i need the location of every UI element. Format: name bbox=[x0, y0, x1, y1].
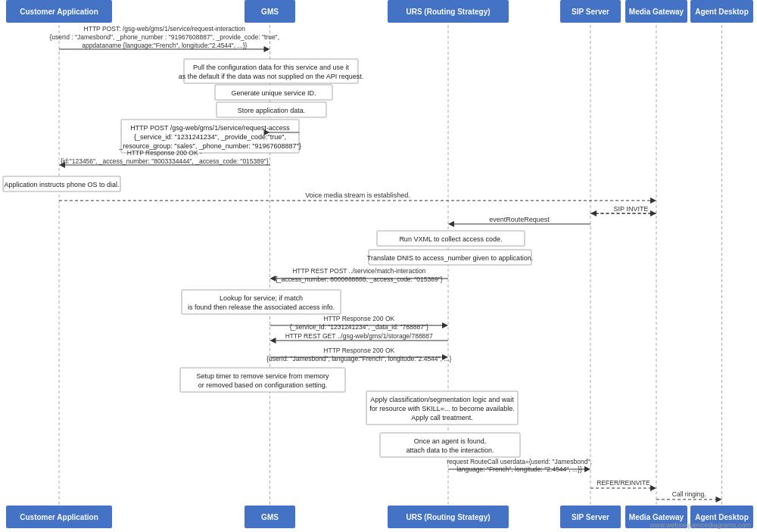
watermark: www.websequencediagrams.com bbox=[650, 521, 751, 529]
svg-text:request RouteCall userdata={us: request RouteCall userdata={userid: "Jam… bbox=[447, 458, 592, 465]
svg-marker-83 bbox=[270, 338, 276, 344]
svg-marker-72 bbox=[270, 275, 276, 282]
svg-text:Agent Desktop: Agent Desktop bbox=[695, 513, 749, 521]
svg-text:Agent Desktop: Agent Desktop bbox=[695, 8, 749, 16]
svg-text:SIP INVITE: SIP INVITE bbox=[614, 205, 649, 213]
svg-text:HTTP POST: /gsg-web/gms/1/serv: HTTP POST: /gsg-web/gms/1/service/reques… bbox=[84, 25, 246, 33]
svg-marker-107 bbox=[716, 496, 722, 502]
svg-text:appdataname {language:"French": appdataname {language:"French", longitud… bbox=[82, 42, 247, 49]
svg-text:or removed based on configurat: or removed based on configuration settin… bbox=[198, 381, 328, 389]
svg-text:Apply classification/segmentat: Apply classification/segmentation logic … bbox=[370, 396, 514, 403]
svg-text:Voice media stream is establis: Voice media stream is established. bbox=[305, 191, 410, 199]
svg-text:HTTP Response 200 OK: HTTP Response 200 OK bbox=[323, 347, 394, 354]
svg-rect-40 bbox=[217, 102, 326, 117]
svg-text:for resource with SKILL=... to: for resource with SKILL=... to become av… bbox=[369, 405, 514, 412]
svg-rect-96 bbox=[380, 433, 520, 457]
svg-marker-51 bbox=[59, 162, 65, 168]
svg-text:{_service_id: "1231241234", _p: {_service_id: "1231241234", _provide_cod… bbox=[134, 133, 286, 141]
svg-rect-38 bbox=[215, 85, 332, 100]
svg-rect-20 bbox=[245, 506, 295, 528]
svg-text:Setup timer to remove service : Setup timer to remove service from memor… bbox=[196, 372, 329, 380]
svg-text:Media Gateway: Media Gateway bbox=[629, 8, 684, 16]
diagram-svg: Customer ApplicationGMSURS (Routing Stra… bbox=[0, 0, 757, 532]
svg-rect-44 bbox=[121, 120, 299, 153]
svg-text:SIP Server: SIP Server bbox=[572, 513, 609, 521]
svg-marker-100 bbox=[584, 466, 590, 472]
svg-text:{id:"123456", _access_number: : {id:"123456", _access_number: "800333444… bbox=[61, 157, 269, 165]
svg-marker-60 bbox=[650, 210, 656, 216]
svg-text:SIP Server: SIP Server bbox=[572, 8, 609, 16]
svg-text:_resource_group: "sales", _pho: _resource_group: "sales", _phone_number:… bbox=[118, 142, 301, 150]
svg-text:Media Gateway: Media Gateway bbox=[629, 513, 684, 521]
svg-text:eventRouteRequest: eventRouteRequest bbox=[489, 216, 550, 223]
svg-text:URS (Routing Strategy): URS (Routing Strategy) bbox=[406, 8, 490, 16]
svg-rect-22 bbox=[388, 506, 509, 528]
svg-text:Apply call treatment.: Apply call treatment. bbox=[411, 414, 473, 422]
svg-text:URS (Routing Strategy): URS (Routing Strategy) bbox=[406, 513, 490, 521]
svg-text:Run VXML to collect access cod: Run VXML to collect access code. bbox=[399, 235, 502, 243]
svg-text:Call ringing.: Call ringing. bbox=[672, 490, 706, 498]
svg-marker-57 bbox=[650, 198, 656, 204]
svg-marker-79 bbox=[442, 322, 448, 328]
svg-text:HTTP REST POST ../service/matc: HTTP REST POST ../service/match-interact… bbox=[292, 267, 425, 275]
svg-text:{_service_id: "1231241234", _d: {_service_id: "1231241234", _data_id: "7… bbox=[290, 323, 428, 331]
svg-rect-67 bbox=[377, 231, 525, 246]
svg-marker-65 bbox=[448, 221, 454, 227]
svg-rect-14 bbox=[625, 0, 687, 23]
svg-text:HTTP REST GET ../gsg-web/gms/1: HTTP REST GET ../gsg-web/gms/1/storage/7… bbox=[285, 332, 433, 340]
svg-rect-54 bbox=[3, 176, 120, 191]
svg-marker-62 bbox=[590, 210, 597, 216]
svg-text:Store application data.: Store application data. bbox=[238, 107, 306, 114]
svg-rect-18 bbox=[6, 506, 112, 528]
svg-text:{_access_number: 8000668888, _: {_access_number: 8000668888, _access_cod… bbox=[276, 275, 443, 283]
svg-text:REFER/REINVITE: REFER/REINVITE bbox=[597, 479, 650, 487]
svg-rect-92 bbox=[366, 391, 518, 425]
svg-text:{userId: "Jamesbond", language: {userId: "Jamesbond", language:"French",… bbox=[266, 355, 451, 362]
svg-marker-49 bbox=[264, 129, 270, 135]
svg-text:HTTP Response 200 OK -: HTTP Response 200 OK - bbox=[127, 149, 202, 157]
svg-text:Generate unique service ID.: Generate unique service ID. bbox=[231, 89, 316, 97]
svg-text:language: "French", longitude:: language: "French", longitude: "2.4544",… bbox=[456, 465, 582, 473]
svg-text:attach data to the interaction: attach data to the interaction. bbox=[406, 446, 494, 454]
svg-rect-75 bbox=[182, 290, 341, 314]
svg-text:{userId : "Jamesbond", _phone_: {userId : "Jamesbond", _phone_number : "… bbox=[49, 33, 279, 41]
svg-text:Lookup for service; if match: Lookup for service; if match bbox=[220, 294, 303, 302]
svg-text:Pull the configuration data fo: Pull the configuration data for this ser… bbox=[193, 64, 350, 71]
svg-marker-86 bbox=[442, 354, 448, 360]
svg-rect-16 bbox=[690, 0, 753, 23]
svg-text:Customer Application: Customer Application bbox=[20, 513, 98, 521]
svg-text:GMS: GMS bbox=[261, 8, 279, 16]
svg-marker-43 bbox=[268, 129, 274, 135]
svg-rect-10 bbox=[388, 0, 509, 23]
svg-rect-35 bbox=[184, 59, 358, 83]
svg-marker-104 bbox=[650, 485, 656, 491]
svg-text:GMS: GMS bbox=[261, 513, 279, 521]
svg-rect-89 bbox=[180, 368, 345, 392]
svg-rect-24 bbox=[560, 506, 621, 528]
svg-text:HTTP Response 200 OK: HTTP Response 200 OK bbox=[323, 315, 394, 322]
svg-text:is found then release the asso: is found then release the associated acc… bbox=[188, 303, 335, 311]
svg-rect-12 bbox=[560, 0, 621, 23]
svg-rect-8 bbox=[245, 0, 295, 23]
svg-text:as the default if the data was: as the default if the data was not suppl… bbox=[179, 73, 364, 80]
svg-text:Once an agent is found,: Once an agent is found, bbox=[414, 437, 487, 445]
svg-rect-69 bbox=[369, 250, 531, 265]
svg-marker-31 bbox=[264, 46, 270, 52]
svg-text:Application instructs phone OS: Application instructs phone OS to dial. bbox=[4, 181, 119, 188]
svg-text:Translate DNIS to access_numbe: Translate DNIS to access_number given to… bbox=[367, 254, 533, 262]
diagram-container: Customer ApplicationGMSURS (Routing Stra… bbox=[0, 0, 757, 532]
svg-text:HTTP POST /gsg-web/gms/1/servi: HTTP POST /gsg-web/gms/1/service/request… bbox=[130, 124, 290, 132]
svg-rect-6 bbox=[6, 0, 112, 23]
svg-text:Customer Application: Customer Application bbox=[20, 8, 98, 16]
